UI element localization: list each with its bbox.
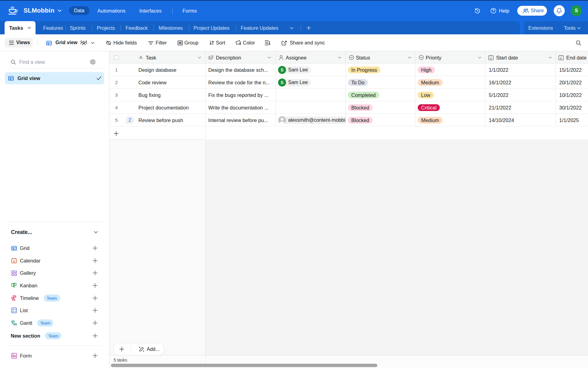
svg-text:A: A	[139, 55, 143, 59]
svg-text:31: 31	[13, 260, 15, 263]
svg-text:31: 31	[490, 57, 492, 59]
svg-text:31: 31	[560, 57, 562, 59]
svg-text:A: A	[208, 55, 210, 58]
